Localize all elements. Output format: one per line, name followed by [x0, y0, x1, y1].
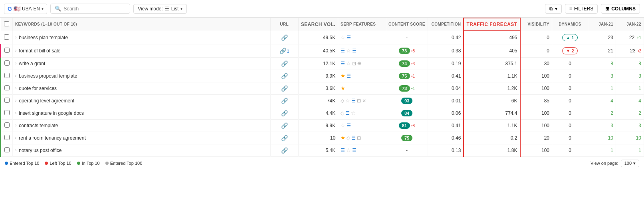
competition-cell: 0.42 [428, 31, 464, 44]
expand-icon[interactable]: › [15, 123, 16, 128]
expand-icon[interactable]: › [15, 35, 16, 40]
search-vol-cell: 40.5K [298, 44, 338, 57]
columns-icon: ⊞ [605, 6, 609, 12]
search-vol-cell: 5.4K [298, 144, 338, 156]
url-link-icon[interactable]: 🔗 [281, 34, 288, 41]
row-checkbox[interactable] [4, 98, 10, 103]
row-checkbox-cell [1, 132, 13, 144]
row-checkbox[interactable] [4, 73, 10, 78]
filters-button[interactable]: ≡ FILTERS [565, 4, 598, 14]
competition-cell: 0.04 [428, 82, 464, 94]
star-outline-icon: ☆ [345, 98, 350, 104]
content-score-header: CONTENT SCORE [386, 18, 428, 31]
star-outline-icon: ☆ [341, 122, 345, 128]
expand-icon[interactable]: › [15, 48, 16, 53]
search-box[interactable]: 🔍 [50, 4, 130, 14]
traffic-forecast-cell: 774.4 [464, 107, 520, 119]
serp-cell: ◇☰☆ [338, 107, 386, 119]
table-row: › business plan template 🔗 49.5K ☆☰ - 0.… [1, 31, 644, 44]
list-icon: ☰ [341, 148, 345, 153]
competition-cell: 0.38 [428, 44, 464, 57]
copy-icon: ⧉ [549, 6, 553, 12]
search-vol-cell: 10 [298, 132, 338, 144]
content-score-cell: 84 [386, 107, 428, 119]
jan21-cell: 21 [588, 44, 616, 57]
serp-cell: ☆☰ [338, 31, 386, 44]
copy-button[interactable]: ⧉ ▾ [545, 4, 562, 14]
keyword-text: contracts template [19, 123, 58, 128]
keyword-text: insert signature in google docs [19, 110, 84, 116]
list-icon: ☰ [347, 73, 351, 79]
page-size-selector[interactable]: 100 ▾ [621, 160, 639, 167]
url-cell: 🔗 [270, 31, 298, 44]
url-link-icon[interactable]: 🔗 [281, 110, 288, 116]
keyword-text: business proposal template [19, 73, 77, 79]
search-input[interactable] [63, 6, 126, 12]
row-checkbox[interactable] [4, 110, 10, 115]
star-outline-icon: ☆ [341, 34, 345, 40]
traffic-forecast-cell: 0.2 [464, 132, 520, 144]
url-link-icon[interactable]: 🔗 [281, 85, 288, 92]
filters-label: FILTERS [574, 6, 593, 12]
jan21-cell: 3 [588, 119, 616, 132]
list-icon: ☰ [341, 48, 345, 54]
select-all-checkbox[interactable] [4, 21, 9, 26]
url-cell: 🔗 [270, 119, 298, 132]
visibility-cell: 20 [520, 132, 552, 144]
expand-icon[interactable]: › [15, 86, 16, 90]
url-cell: 🔗 [270, 94, 298, 107]
dynamics-cell: 0 [552, 107, 588, 119]
search-vol-header: SEARCH VOL. [298, 18, 338, 31]
competition-cell: 0.41 [428, 119, 464, 132]
visibility-cell: 100 [520, 82, 552, 94]
url-link-icon[interactable]: 🔗 [281, 122, 288, 129]
select-all-header[interactable] [1, 18, 13, 31]
dynamics-cell: 0 [552, 94, 588, 107]
row-checkbox[interactable] [4, 85, 10, 90]
url-cell: 🔗 [270, 144, 298, 156]
jan22-cell: 22 +1 [616, 31, 644, 44]
star-outline-icon: ☆ [346, 48, 351, 54]
keyword-cell: › notary us post office [13, 144, 271, 156]
expand-icon[interactable]: › [15, 74, 16, 78]
columns-button[interactable]: ⊞ COLUMNS [601, 4, 640, 14]
dynamics-cell: 0 [552, 82, 588, 94]
expand-icon[interactable]: › [15, 136, 16, 140]
columns-label: COLUMNS [611, 6, 636, 12]
url-link-icon[interactable]: 🔗 [279, 48, 286, 54]
expand-icon[interactable]: › [15, 111, 16, 115]
view-mode-selector[interactable]: View mode: ☰ List ▾ [133, 4, 187, 14]
expand-icon[interactable]: › [15, 98, 16, 103]
row-checkbox[interactable] [4, 135, 10, 140]
content-score-cell: 75 [386, 132, 428, 144]
row-checkbox[interactable] [4, 147, 10, 152]
row-checkbox[interactable] [4, 48, 10, 53]
row-checkbox-cell [1, 57, 13, 70]
dynamics-cell: 0 [552, 132, 588, 144]
content-score-cell: 73•1 [386, 82, 428, 94]
table-row: › quote for services 🔗 3.6K ★ 73•1 0.04 … [1, 82, 644, 94]
table-body: › business plan template 🔗 49.5K ☆☰ - 0.… [1, 31, 644, 156]
url-link-icon[interactable]: 🔗 [281, 73, 288, 79]
serp-cell: ★◇☰⊡ [338, 132, 386, 144]
list-icon: ☰ [347, 35, 351, 40]
jan22-change: •2 [638, 49, 641, 53]
url-link-icon[interactable]: 🔗 [281, 147, 288, 154]
row-checkbox[interactable] [4, 122, 10, 128]
url-link-icon[interactable]: 🔗 [281, 98, 288, 104]
url-link-icon[interactable]: 🔗 [281, 60, 288, 67]
row-checkbox[interactable] [4, 60, 10, 66]
jan21-cell: 1 [588, 144, 616, 156]
traffic-forecast-cell: 1.2K [464, 82, 520, 94]
url-link-icon[interactable]: 🔗 [281, 135, 288, 141]
list-icon: ☰ [347, 123, 351, 128]
dynamics-value: 0 [569, 61, 571, 66]
row-checkbox[interactable] [4, 34, 9, 40]
jan21-cell: 1 [588, 82, 616, 94]
expand-icon[interactable]: › [15, 148, 16, 152]
expand-icon[interactable]: › [15, 61, 16, 66]
keyword-cell: › insert signature in google docs [13, 107, 271, 119]
url-cell: 🔗 [270, 107, 298, 119]
content-score-cell: - [386, 144, 428, 156]
locale-selector[interactable]: G 🇺🇸 USA EN ▾ [4, 4, 47, 14]
